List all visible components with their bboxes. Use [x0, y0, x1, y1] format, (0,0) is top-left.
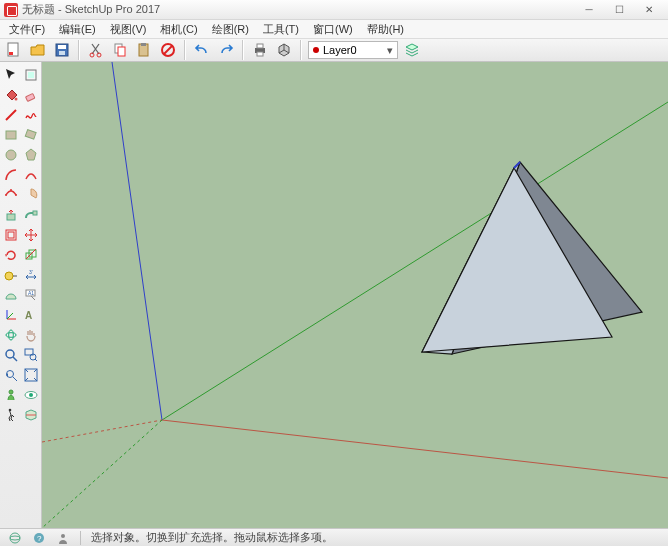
- make-component-tool[interactable]: [22, 66, 40, 84]
- previous-view-tool[interactable]: [2, 366, 20, 384]
- standard-toolbar: Layer0 ▾: [0, 38, 668, 62]
- eraser-tool[interactable]: [22, 86, 40, 104]
- close-button[interactable]: ✕: [634, 2, 664, 18]
- offset-tool[interactable]: [2, 226, 20, 244]
- svg-rect-17: [28, 72, 34, 78]
- svg-point-26: [10, 189, 12, 191]
- cut-button[interactable]: [86, 40, 106, 60]
- line-tool[interactable]: [2, 106, 20, 124]
- select-tool[interactable]: [2, 66, 20, 84]
- help-icon[interactable]: ?: [32, 531, 46, 545]
- look-around-tool[interactable]: [22, 386, 40, 404]
- menu-draw[interactable]: 绘图(R): [207, 21, 254, 38]
- svg-line-20: [6, 110, 16, 120]
- menu-view[interactable]: 视图(V): [105, 21, 152, 38]
- paint-bucket-tool[interactable]: [2, 86, 20, 104]
- svg-rect-31: [8, 232, 14, 238]
- pie-tool[interactable]: [22, 186, 40, 204]
- user-icon[interactable]: [56, 531, 70, 545]
- save-button[interactable]: [52, 40, 72, 60]
- svg-rect-14: [257, 44, 263, 48]
- svg-point-69: [10, 533, 20, 543]
- app-icon: [4, 3, 18, 17]
- text-tool[interactable]: A1: [22, 286, 40, 304]
- status-bar: ? 选择对象。切换到扩充选择。拖动鼠标选择多项。: [0, 528, 668, 546]
- menu-edit[interactable]: 编辑(E): [54, 21, 101, 38]
- svg-rect-8: [118, 47, 125, 56]
- print-button[interactable]: [250, 40, 270, 60]
- layer-dot-icon: [313, 47, 319, 53]
- svg-point-70: [10, 536, 20, 540]
- toolbar-separator: [300, 40, 302, 60]
- zoom-extents-tool[interactable]: [22, 366, 40, 384]
- arc-tool[interactable]: [2, 166, 20, 184]
- layer-manager-button[interactable]: [402, 40, 422, 60]
- menu-help[interactable]: 帮助(H): [362, 21, 409, 38]
- freehand-tool[interactable]: [22, 106, 40, 124]
- svg-point-34: [5, 272, 13, 280]
- svg-line-12: [164, 46, 172, 54]
- model-viewport[interactable]: [42, 62, 668, 528]
- menu-window[interactable]: 窗口(W): [308, 21, 358, 38]
- svg-rect-21: [6, 131, 16, 139]
- rotated-rectangle-tool[interactable]: [22, 126, 40, 144]
- menu-tools[interactable]: 工具(T): [258, 21, 304, 38]
- walk-tool[interactable]: [2, 406, 20, 424]
- three-point-arc-tool[interactable]: [2, 186, 20, 204]
- axes-tool[interactable]: [2, 306, 20, 324]
- rotate-tool[interactable]: [2, 246, 20, 264]
- svg-text:A1: A1: [28, 290, 34, 296]
- orbit-tool[interactable]: [2, 326, 20, 344]
- open-file-button[interactable]: [28, 40, 48, 60]
- paste-button[interactable]: [134, 40, 154, 60]
- pan-tool[interactable]: [22, 326, 40, 344]
- svg-line-43: [7, 313, 13, 319]
- rectangle-tool[interactable]: [2, 126, 20, 144]
- redo-button[interactable]: [216, 40, 236, 60]
- maximize-button[interactable]: ☐: [604, 2, 634, 18]
- copy-button[interactable]: [110, 40, 130, 60]
- svg-point-23: [6, 150, 16, 160]
- minimize-button[interactable]: ─: [574, 2, 604, 18]
- two-point-arc-tool[interactable]: [22, 166, 40, 184]
- tape-measure-tool[interactable]: [2, 266, 20, 284]
- menu-file[interactable]: 文件(F): [4, 21, 50, 38]
- layer-dropdown[interactable]: Layer0 ▾: [308, 41, 398, 59]
- pushpull-tool[interactable]: [2, 206, 20, 224]
- zoom-tool[interactable]: [2, 346, 20, 364]
- svg-rect-10: [141, 43, 146, 46]
- svg-point-47: [6, 350, 14, 358]
- svg-text:A: A: [25, 310, 32, 321]
- zoom-window-tool[interactable]: [22, 346, 40, 364]
- svg-point-45: [6, 333, 16, 338]
- position-camera-tool[interactable]: [2, 386, 20, 404]
- delete-button[interactable]: [158, 40, 178, 60]
- svg-point-25: [5, 194, 7, 196]
- window-title: 无标题 - SketchUp Pro 2017: [22, 2, 160, 17]
- new-file-button[interactable]: [4, 40, 24, 60]
- toolbar-separator: [184, 40, 186, 60]
- svg-point-73: [61, 534, 65, 538]
- svg-rect-22: [25, 130, 36, 140]
- geolocation-icon[interactable]: [8, 531, 22, 545]
- move-tool[interactable]: [22, 226, 40, 244]
- polygon-tool[interactable]: [22, 146, 40, 164]
- toolbar-separator: [78, 40, 80, 60]
- model-settings-button[interactable]: [274, 40, 294, 60]
- svg-rect-15: [257, 52, 263, 56]
- menu-camera[interactable]: 相机(C): [155, 21, 202, 38]
- svg-rect-19: [25, 93, 34, 101]
- followme-tool[interactable]: [22, 206, 40, 224]
- protractor-tool[interactable]: [2, 286, 20, 304]
- circle-tool[interactable]: [2, 146, 20, 164]
- three-d-text-tool[interactable]: A: [22, 306, 40, 324]
- svg-point-18: [14, 98, 17, 101]
- scale-tool[interactable]: [22, 246, 40, 264]
- section-plane-tool[interactable]: [22, 406, 40, 424]
- chevron-down-icon: ▾: [383, 44, 397, 57]
- undo-button[interactable]: [192, 40, 212, 60]
- toolbar-separator: [242, 40, 244, 60]
- layer-name: Layer0: [323, 44, 357, 56]
- dimension-tool[interactable]: 3': [22, 266, 40, 284]
- menu-bar: 文件(F) 编辑(E) 视图(V) 相机(C) 绘图(R) 工具(T) 窗口(W…: [0, 20, 668, 38]
